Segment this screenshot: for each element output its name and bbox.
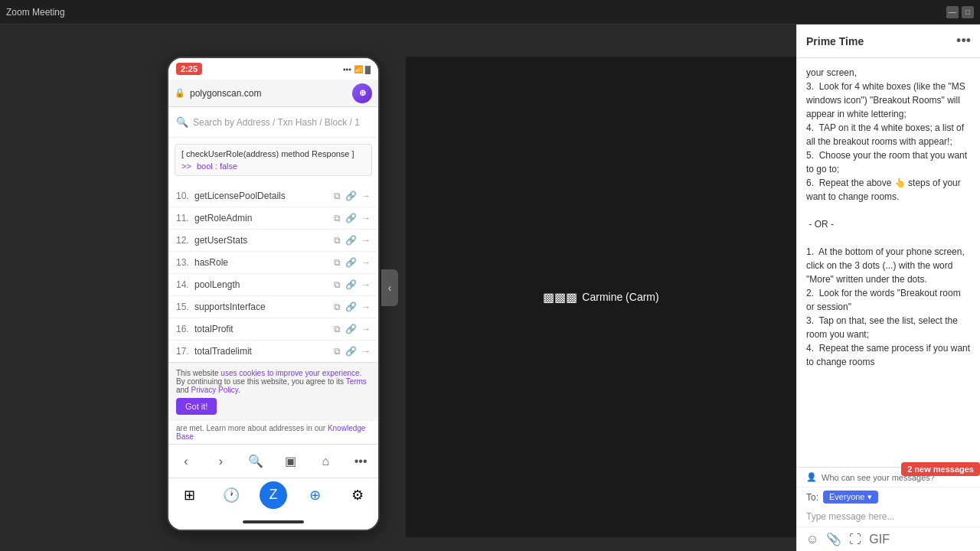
- screenshot-icon[interactable]: ⛶: [849, 533, 861, 546]
- cookie-more-text: are met. Learn more about addresses in o…: [176, 424, 328, 432]
- arrow-icon[interactable]: →: [361, 191, 371, 201]
- link-icon[interactable]: 🔗: [345, 346, 357, 357]
- cookie-and: and: [176, 386, 191, 394]
- method-actions: ⧉ 🔗 →: [334, 346, 371, 357]
- method-number: 15.: [176, 302, 191, 312]
- method-item[interactable]: 14. poolLength ⧉ 🔗 →: [168, 274, 378, 296]
- copy-icon[interactable]: ⧉: [334, 257, 341, 268]
- cookie-link-3[interactable]: Privacy Policy: [191, 386, 238, 394]
- chat-title: Prime Time: [806, 35, 864, 47]
- new-messages-container: 2 new messages: [797, 464, 980, 467]
- method-name: getRoleAdmin: [194, 213, 334, 223]
- method-name: poolLength: [194, 279, 334, 290]
- method-number: 17.: [176, 346, 191, 357]
- browser-url[interactable]: polygonscan.com: [190, 88, 348, 99]
- cookie-link-1[interactable]: uses cookies to improve your experience: [220, 369, 359, 377]
- grid-icon[interactable]: ⊞: [175, 481, 203, 509]
- arrow-icon[interactable]: →: [361, 235, 371, 246]
- chat-more-button[interactable]: •••: [956, 33, 971, 49]
- method-actions: ⧉ 🔗 →: [334, 279, 371, 290]
- arrow-icon[interactable]: →: [361, 279, 371, 290]
- arrow-icon[interactable]: →: [361, 324, 371, 334]
- minimize-button[interactable]: —: [946, 6, 959, 18]
- method-item[interactable]: 16. totalProfit ⧉ 🔗 →: [168, 318, 378, 341]
- link-icon[interactable]: 🔗: [345, 324, 357, 334]
- chat-panel: Prime Time ••• your screen, 3. Look for …: [796, 24, 980, 551]
- more-nav-button[interactable]: •••: [348, 449, 373, 474]
- clock-icon[interactable]: 🕐: [217, 481, 245, 509]
- method-item[interactable]: 15. supportsInterface ⧉ 🔗 →: [168, 296, 378, 318]
- method-number: 11.: [176, 213, 191, 223]
- link-icon[interactable]: 🔗: [345, 213, 357, 223]
- portal-icon[interactable]: ⊕: [302, 481, 329, 509]
- emoji-icon[interactable]: ☺: [806, 533, 818, 546]
- contract-label: [ checkUserRole(address) method Response…: [181, 149, 365, 158]
- chat-message-text: your screen, 3. Look for 4 white boxes (…: [806, 66, 971, 369]
- link-icon[interactable]: 🔗: [345, 257, 357, 268]
- copy-icon[interactable]: ⧉: [334, 302, 341, 312]
- new-messages-badge: 2 new messages: [901, 462, 980, 476]
- chat-toolbar: ☺ 📎 ⛶ GIF: [797, 527, 980, 551]
- phone-status-bar: 2:25 ▪▪▪ 📶 ▓: [168, 58, 378, 80]
- link-icon[interactable]: 🔗: [345, 235, 357, 246]
- method-number: 12.: [176, 235, 191, 246]
- method-item[interactable]: 12. getUserStats ⧉ 🔗 →: [168, 230, 378, 252]
- got-it-button[interactable]: Got it!: [176, 398, 217, 415]
- everyone-dropdown[interactable]: Everyone ▾: [823, 491, 878, 504]
- method-actions: ⧉ 🔗 →: [334, 213, 371, 223]
- copy-icon[interactable]: ⧉: [334, 346, 341, 357]
- home-bar: [243, 520, 304, 523]
- copy-icon[interactable]: ⧉: [334, 191, 341, 201]
- arrow-icon[interactable]: →: [361, 346, 371, 357]
- cookie-link-2[interactable]: Terms: [346, 377, 367, 386]
- message-placeholder: Type message here...: [806, 511, 894, 522]
- contract-value-prefix: >>: [181, 161, 191, 171]
- message-input[interactable]: Type message here...: [797, 507, 980, 527]
- copy-icon[interactable]: ⧉: [334, 324, 341, 334]
- home-button[interactable]: ⌂: [313, 449, 338, 474]
- search-nav-button[interactable]: 🔍: [243, 449, 268, 474]
- cookie-more: are met. Learn more about addresses in o…: [168, 421, 378, 444]
- method-name: supportsInterface: [194, 302, 334, 312]
- arrow-icon[interactable]: →: [361, 257, 371, 268]
- search-bar[interactable]: 🔍 Search by Address / Txn Hash / Block /…: [168, 107, 378, 138]
- method-item[interactable]: 17. totalTradelimit ⧉ 🔗 →: [168, 341, 378, 362]
- signal-icon: ▩▩▩: [543, 290, 577, 305]
- attachment-icon[interactable]: 📎: [826, 532, 841, 546]
- method-item[interactable]: 11. getRoleAdmin ⧉ 🔗 →: [168, 207, 378, 230]
- method-actions: ⧉ 🔗 →: [334, 302, 371, 312]
- search-icon: 🔍: [176, 116, 188, 128]
- window-title: Zoom Meeting: [6, 7, 946, 18]
- gif-icon[interactable]: GIF: [869, 533, 890, 546]
- link-icon[interactable]: 🔗: [345, 302, 357, 312]
- link-icon[interactable]: 🔗: [345, 191, 357, 201]
- chat-messages: your screen, 3. Look for 4 white boxes (…: [797, 58, 980, 464]
- video-area: ▩▩▩ Carmine (Carm): [406, 57, 796, 537]
- method-name: totalTradelimit: [194, 346, 334, 357]
- tabs-button[interactable]: ▣: [279, 449, 303, 474]
- search-input-placeholder: Search by Address / Txn Hash / Block / 1: [193, 117, 371, 128]
- method-item[interactable]: 10. getLicensePoolDetails ⧉ 🔗 →: [168, 185, 378, 207]
- back-button[interactable]: ‹: [174, 449, 198, 474]
- method-item[interactable]: 13. hasRole ⧉ 🔗 →: [168, 252, 378, 274]
- cookie-text-prefix: This website: [176, 369, 220, 377]
- copy-icon[interactable]: ⧉: [334, 279, 341, 290]
- method-number: 10.: [176, 191, 191, 201]
- collapse-button[interactable]: ‹: [381, 269, 398, 306]
- maximize-button[interactable]: □: [962, 6, 974, 18]
- zoom-icon[interactable]: Z: [260, 481, 287, 509]
- arrow-icon[interactable]: →: [361, 302, 371, 312]
- forward-button[interactable]: ›: [208, 449, 233, 474]
- arrow-icon[interactable]: →: [361, 213, 371, 223]
- settings-icon[interactable]: ⚙: [344, 481, 371, 509]
- home-indicator: [168, 514, 378, 530]
- method-number: 16.: [176, 324, 191, 334]
- link-icon[interactable]: 🔗: [345, 279, 357, 290]
- battery-icon: ▓: [365, 65, 371, 73]
- browser-bar: 🔒 polygonscan.com ⊕: [168, 80, 378, 107]
- phone-mockup: 2:25 ▪▪▪ 📶 ▓ 🔒 polygonscan.com ⊕ 🔍 Searc…: [167, 57, 380, 531]
- browser-nav: ‹ › 🔍 ▣ ⌂ •••: [168, 444, 378, 478]
- copy-icon[interactable]: ⧉: [334, 235, 341, 246]
- window-controls: — □: [946, 6, 974, 18]
- copy-icon[interactable]: ⧉: [334, 213, 341, 223]
